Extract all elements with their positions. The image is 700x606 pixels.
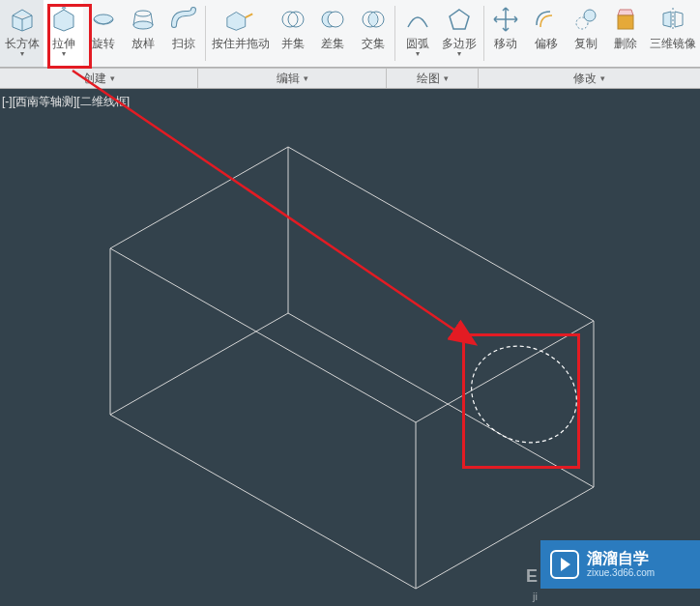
offset-tool-button[interactable]: 偏移 (526, 0, 566, 67)
group-draw[interactable]: 绘图 ▾ (387, 69, 479, 88)
chevron-down-icon: ▾ (457, 50, 461, 58)
group-create-label: 创建 (83, 71, 106, 87)
loft-icon (128, 4, 159, 35)
svg-line-18 (288, 313, 594, 487)
presspull-tool-button[interactable]: 按住并拖动 (208, 0, 273, 67)
subtract-tool-label: 差集 (321, 37, 344, 50)
svg-line-27 (110, 313, 288, 415)
svg-marker-12 (618, 10, 633, 15)
arc-tool-label: 圆弧 (406, 37, 429, 50)
group-create[interactable]: 创建 ▾ (0, 69, 198, 88)
wireframe-drawing (0, 89, 700, 606)
chevron-down-icon: ▾ (20, 50, 24, 58)
svg-point-6 (328, 12, 343, 27)
svg-line-20 (110, 248, 416, 422)
svg-marker-9 (450, 10, 469, 29)
intersect-tool-button[interactable]: 交集 (353, 0, 393, 67)
arc-icon (402, 4, 433, 35)
chevron-down-icon: ▾ (62, 50, 66, 58)
box-tool-label: 长方体 (5, 37, 40, 50)
chevron-down-icon: ▾ (600, 73, 605, 83)
svg-point-28 (454, 328, 594, 460)
extrude-tool-button[interactable]: 拉伸 ▾ (44, 0, 83, 67)
svg-line-16 (288, 147, 594, 321)
mirror-icon (657, 4, 688, 35)
polygon-icon (444, 4, 475, 35)
polygon-tool-button[interactable]: 多边形 ▾ (438, 0, 481, 67)
svg-point-2 (133, 21, 153, 29)
erase-tool-button[interactable]: 删除 (606, 0, 646, 67)
revolve-tool-label: 旋转 (92, 37, 115, 50)
sweep-tool-button[interactable]: 扫掠 (163, 0, 203, 67)
move-tool-label: 移动 (494, 37, 517, 50)
group-modify[interactable]: 修改 ▾ (479, 69, 700, 88)
intersect-tool-label: 交集 (362, 37, 385, 50)
erase-tool-label: 删除 (614, 37, 637, 50)
union-icon (277, 4, 308, 35)
copy-tool-button[interactable]: 复制 (566, 0, 605, 67)
revolve-icon (88, 4, 119, 35)
mirror3d-tool-label: 三维镜像 (650, 37, 696, 50)
arc-tool-button[interactable]: 圆弧 ▾ (397, 0, 437, 67)
group-edit-label: 编辑 (277, 71, 300, 87)
loft-tool-button[interactable]: 放样 (124, 0, 163, 67)
offset-tool-label: 偏移 (535, 37, 558, 50)
presspull-icon (225, 4, 256, 35)
box-icon (7, 4, 38, 35)
corner-text: E (526, 566, 538, 587)
separator (483, 6, 484, 61)
subtract-icon (317, 4, 348, 35)
svg-point-0 (94, 14, 113, 24)
watermark-title: 溜溜自学 (587, 550, 655, 567)
move-icon (490, 4, 521, 35)
svg-point-11 (584, 10, 596, 21)
play-icon (550, 550, 579, 579)
loft-tool-label: 放样 (131, 37, 155, 50)
mirror3d-tool-button[interactable]: 三维镜像 (646, 0, 700, 67)
svg-point-1 (135, 11, 151, 16)
move-tool-button[interactable]: 移动 (486, 0, 526, 67)
drawing-viewport[interactable]: [-][西南等轴测][二维线框] E ji 溜溜自学 (0, 89, 700, 606)
watermark: 溜溜自学 zixue.3d66.com (540, 540, 700, 589)
chevron-down-icon: ▾ (416, 50, 420, 58)
presspull-tool-label: 按住并拖动 (212, 37, 270, 50)
group-edit[interactable]: 编辑 ▾ (198, 69, 387, 88)
copy-icon (570, 4, 601, 35)
corner-text-sub: ji (533, 591, 538, 602)
extrude-tool-label: 拉伸 (52, 37, 75, 50)
svg-line-22 (110, 415, 416, 589)
sweep-icon (168, 4, 199, 35)
svg-line-24 (110, 147, 288, 248)
svg-marker-15 (675, 12, 683, 27)
erase-icon (610, 4, 641, 35)
group-draw-label: 绘图 (417, 71, 440, 87)
intersect-icon (358, 4, 389, 35)
copy-tool-label: 复制 (574, 37, 598, 50)
polygon-tool-label: 多边形 (442, 37, 477, 50)
watermark-sub: zixue.3d66.com (587, 567, 655, 579)
extrude-icon (48, 4, 79, 35)
union-tool-button[interactable]: 并集 (273, 0, 312, 67)
revolve-tool-button[interactable]: 旋转 (83, 0, 123, 67)
box-tool-button[interactable]: 长方体 ▾ (0, 0, 44, 67)
svg-rect-13 (618, 15, 633, 29)
sweep-tool-label: 扫掠 (172, 37, 195, 50)
svg-marker-14 (663, 12, 671, 27)
offset-icon (531, 4, 562, 35)
separator (205, 6, 206, 61)
ribbon-toolbar: 长方体 ▾ 拉伸 ▾ 旋转 放样 扫掠 按住并拖动 并 (0, 0, 700, 68)
group-modify-label: 修改 (573, 71, 597, 87)
subtract-tool-button[interactable]: 差集 (313, 0, 353, 67)
chevron-down-icon: ▾ (110, 73, 115, 83)
chevron-down-icon: ▾ (304, 73, 308, 83)
chevron-down-icon: ▾ (444, 73, 449, 83)
ribbon-groups: 创建 ▾ 编辑 ▾ 绘图 ▾ 修改 ▾ (0, 68, 700, 89)
union-tool-label: 并集 (281, 37, 305, 50)
separator (394, 6, 395, 61)
